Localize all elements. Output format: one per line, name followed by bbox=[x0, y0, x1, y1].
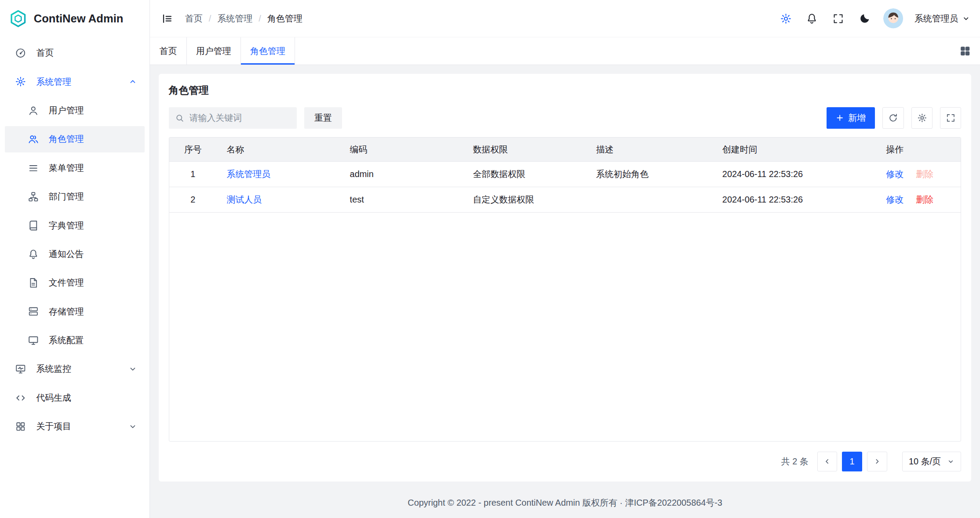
search-icon bbox=[175, 113, 184, 123]
sidebar-item-label: 首页 bbox=[36, 47, 54, 59]
cell-data-scope: 全部数据权限 bbox=[463, 161, 586, 187]
page-title: 角色管理 bbox=[169, 83, 962, 97]
search-box bbox=[169, 107, 297, 128]
sidebar-item-label: 系统管理 bbox=[36, 76, 71, 88]
cell-data-scope: 自定义数据权限 bbox=[463, 187, 586, 213]
refresh-icon bbox=[888, 113, 898, 123]
tabbar-spacer bbox=[295, 37, 959, 65]
sidebar-item-label: 存储管理 bbox=[49, 306, 84, 318]
sidebar-item-menu-management[interactable]: 菜单管理 bbox=[5, 155, 144, 181]
prev-page-button[interactable] bbox=[817, 452, 837, 471]
chevron-up-icon bbox=[128, 77, 137, 86]
column-header-actions: 操作 bbox=[876, 138, 961, 161]
bell-icon bbox=[28, 249, 39, 260]
cell-description: 系统初始角色 bbox=[586, 161, 712, 187]
sidebar-item-system-config[interactable]: 系统配置 bbox=[5, 327, 144, 354]
chevron-right-icon bbox=[873, 457, 881, 465]
dashboard-icon bbox=[15, 47, 26, 59]
list-icon bbox=[28, 163, 39, 174]
chevron-down-icon bbox=[128, 365, 137, 373]
avatar[interactable] bbox=[883, 8, 903, 28]
tab-label: 首页 bbox=[159, 45, 177, 57]
sidebar-item-file-management[interactable]: 文件管理 bbox=[5, 270, 144, 296]
main-column: 首页 / 系统管理 / 角色管理 bbox=[150, 0, 980, 518]
pagination-total: 共 2 条 bbox=[781, 456, 809, 467]
file-icon bbox=[28, 277, 39, 289]
current-page-button[interactable]: 1 bbox=[842, 452, 862, 471]
cell-created-at: 2024-06-11 22:53:26 bbox=[712, 187, 876, 213]
content-area: 角色管理 重置 新增 bbox=[150, 65, 980, 488]
tab-role-management[interactable]: 角色管理 bbox=[241, 37, 295, 65]
tab-home[interactable]: 首页 bbox=[150, 37, 186, 65]
breadcrumb-item-system[interactable]: 系统管理 bbox=[217, 13, 252, 25]
search-input[interactable] bbox=[189, 113, 291, 123]
fullscreen-icon bbox=[946, 113, 956, 123]
delete-link[interactable]: 删除 bbox=[916, 195, 933, 204]
breadcrumb: 首页 / 系统管理 / 角色管理 bbox=[185, 13, 302, 25]
role-name-link[interactable]: 系统管理员 bbox=[227, 169, 270, 179]
sidebar-item-label: 字典管理 bbox=[49, 220, 84, 232]
sidebar-item-dictionary-management[interactable]: 字典管理 bbox=[5, 212, 144, 239]
copyright-text: Copyright © 2022 - present ContiNew Admi… bbox=[408, 497, 722, 509]
breadcrumb-separator: / bbox=[209, 14, 211, 24]
edit-link[interactable]: 修改 bbox=[886, 169, 903, 179]
delete-link: 删除 bbox=[916, 169, 933, 179]
code-icon bbox=[15, 392, 26, 404]
column-header-code: 编码 bbox=[340, 138, 463, 161]
sidebar-item-user-management[interactable]: 用户管理 bbox=[5, 98, 144, 124]
sidebar-item-system-management[interactable]: 系统管理 bbox=[5, 69, 144, 95]
dark-mode-button[interactable] bbox=[857, 11, 872, 26]
next-page-button[interactable] bbox=[867, 452, 887, 471]
reset-button[interactable]: 重置 bbox=[304, 107, 342, 128]
table-settings-button[interactable] bbox=[911, 107, 933, 128]
column-header-description: 描述 bbox=[586, 138, 712, 161]
sidebar-item-label: 系统监控 bbox=[36, 363, 71, 375]
add-button[interactable]: 新增 bbox=[827, 107, 875, 128]
fullscreen-button[interactable] bbox=[831, 11, 845, 26]
gear-icon bbox=[917, 113, 927, 123]
user-icon bbox=[28, 105, 39, 116]
chevron-down-icon bbox=[128, 422, 137, 431]
table-fullscreen-button[interactable] bbox=[940, 107, 961, 128]
sidebar-collapse-button[interactable] bbox=[160, 11, 175, 26]
role-name-link[interactable]: 测试人员 bbox=[227, 195, 262, 204]
add-button-label: 新增 bbox=[848, 112, 866, 124]
moon-icon bbox=[859, 13, 871, 25]
breadcrumb-item-home[interactable]: 首页 bbox=[185, 13, 203, 25]
sidebar-item-about-project[interactable]: 关于项目 bbox=[5, 413, 144, 440]
monitor-icon bbox=[28, 335, 39, 346]
tab-label: 用户管理 bbox=[196, 45, 231, 57]
user-menu[interactable]: 系统管理员 bbox=[914, 13, 970, 25]
settings-button[interactable] bbox=[778, 11, 793, 26]
server-icon bbox=[28, 306, 39, 317]
footer: Copyright © 2022 - present ContiNew Admi… bbox=[150, 488, 980, 518]
logo[interactable]: ContiNew Admin bbox=[0, 0, 149, 37]
sidebar-menu: 首页 系统管理 用户管理 角色 bbox=[0, 37, 149, 518]
sidebar-item-home[interactable]: 首页 bbox=[5, 40, 144, 66]
users-icon bbox=[28, 134, 39, 145]
sidebar-item-department-management[interactable]: 部门管理 bbox=[5, 184, 144, 210]
sidebar-item-notice-management[interactable]: 通知公告 bbox=[5, 241, 144, 268]
chevron-down-icon bbox=[947, 458, 954, 465]
notifications-button[interactable] bbox=[805, 11, 820, 26]
tab-user-management[interactable]: 用户管理 bbox=[187, 37, 241, 65]
sidebar-item-role-management[interactable]: 角色管理 bbox=[5, 126, 144, 152]
tab-actions-grid-icon[interactable] bbox=[959, 45, 971, 57]
edit-link[interactable]: 修改 bbox=[886, 195, 903, 204]
page-size-select[interactable]: 10 条/页 bbox=[902, 452, 962, 471]
refresh-button[interactable] bbox=[882, 107, 903, 128]
plus-icon bbox=[836, 114, 844, 122]
sidebar-item-code-generation[interactable]: 代码生成 bbox=[5, 384, 144, 411]
role-management-card: 角色管理 重置 新增 bbox=[159, 74, 971, 482]
sidebar: ContiNew Admin 首页 系统管理 bbox=[0, 0, 150, 518]
menu-fold-icon bbox=[161, 13, 173, 25]
column-header-data-scope: 数据权限 bbox=[463, 138, 586, 161]
cell-actions: 修改 删除 bbox=[876, 187, 961, 213]
sidebar-item-storage-management[interactable]: 存储管理 bbox=[5, 298, 144, 325]
sidebar-item-system-monitor[interactable]: 系统监控 bbox=[5, 356, 144, 382]
tabbar: 首页 用户管理 角色管理 bbox=[150, 37, 980, 65]
sidebar-item-label: 代码生成 bbox=[36, 392, 71, 404]
table-header-row: 序号 名称 编码 数据权限 描述 创建时间 操作 bbox=[169, 138, 961, 161]
sidebar-item-label: 菜单管理 bbox=[49, 162, 84, 174]
sidebar-item-label: 文件管理 bbox=[49, 277, 84, 289]
